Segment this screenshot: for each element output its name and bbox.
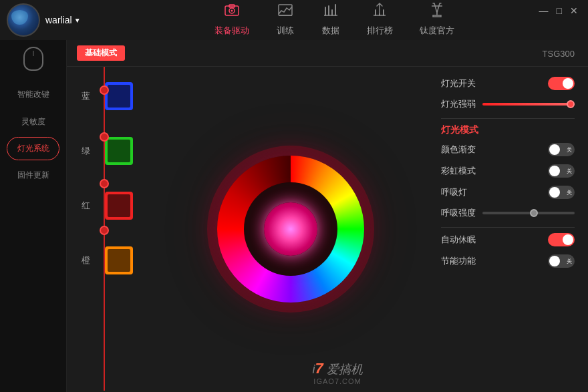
right-panel: 灯光开关 灯光强弱 灯光模式 — [428, 67, 588, 391]
swatch-blue[interactable] — [105, 82, 133, 110]
tab-equipment[interactable]: 装备驱动 — [214, 1, 249, 40]
rainbow-toggle[interactable]: 关 — [548, 164, 575, 178]
auto-sleep-label: 自动休眠 — [441, 234, 476, 246]
light-content: 蓝 绿 红 橙 — [67, 67, 588, 391]
sidebar-item-light-system[interactable]: 灯光系统 — [7, 137, 59, 160]
title-bar: warlial ▼ 装备驱动 — [0, 0, 588, 40]
breathing-toggle[interactable]: 关 — [548, 186, 575, 199]
light-switch-toggle[interactable] — [548, 77, 575, 90]
breathing-intensity-label: 呼吸强度 — [441, 207, 476, 219]
window-controls: — □ ✕ — [539, 5, 588, 16]
device-name: TSG300 — [543, 49, 575, 59]
light-switch-row: 灯光开关 — [441, 77, 575, 90]
breathing-intensity-track — [482, 212, 575, 214]
minimize-button[interactable]: — — [539, 5, 549, 16]
light-intensity-row: 灯光强弱 — [441, 98, 575, 110]
breathing-intensity-slider[interactable] — [482, 212, 575, 214]
swatch-green[interactable] — [105, 137, 133, 165]
sidebar-item-smart-key[interactable]: 智能改键 — [0, 81, 66, 108]
maximize-button[interactable]: □ — [557, 5, 562, 16]
rainbow-toggle-label: 关 — [567, 168, 572, 175]
content-area: 基础模式 TSG300 蓝 绿 — [67, 40, 588, 392]
sidebar-item-firmware[interactable]: 固件更新 — [0, 162, 66, 189]
titanium-icon — [428, 1, 446, 23]
swatch-row-orange: 橙 — [74, 246, 133, 274]
breathing-intensity-row: 呼吸强度 — [441, 207, 575, 219]
tab-training[interactable]: 训练 — [276, 1, 295, 40]
tab-data[interactable]: 数据 — [321, 1, 340, 40]
dot-blue — [100, 85, 109, 95]
swatch-label-red: 红 — [74, 200, 90, 212]
power-saving-toggle-label: 关 — [567, 258, 572, 265]
tab-titanium[interactable]: 钛度官方 — [420, 1, 454, 40]
breathing-intensity-thumb — [530, 209, 538, 217]
sidebar-item-sensitivity[interactable]: 灵敏度 — [0, 108, 66, 136]
svg-point-3 — [231, 9, 233, 11]
light-intensity-slider[interactable] — [482, 103, 575, 106]
tab-titanium-label: 钛度官方 — [420, 25, 454, 37]
swatch-label-green: 绿 — [74, 145, 90, 157]
dot-green — [100, 132, 109, 142]
swatch-orange[interactable] — [105, 246, 133, 274]
breathing-row: 呼吸灯 关 — [441, 186, 575, 199]
tab-equipment-label: 装备驱动 — [214, 25, 249, 37]
auto-sleep-knob — [563, 234, 573, 245]
username-dropdown-arrow[interactable]: ▼ — [74, 17, 81, 24]
dot-red — [100, 179, 109, 188]
data-icon — [321, 1, 340, 23]
tab-data-label: 数据 — [322, 25, 339, 37]
light-switch-knob — [563, 78, 573, 89]
power-saving-label: 节能功能 — [441, 255, 476, 267]
color-gradient-toggle-label: 关 — [567, 146, 572, 154]
breathing-toggle-label: 关 — [567, 189, 572, 196]
color-wheel[interactable] — [217, 156, 364, 303]
swatch-label-orange: 橙 — [74, 254, 90, 266]
wheel-container — [154, 67, 428, 391]
main-layout: 智能改键 灵敏度 灯光系统 固件更新 基础模式 TSG300 蓝 — [0, 40, 588, 392]
breathing-label: 呼吸灯 — [441, 186, 467, 198]
title-bar-left: warlial ▼ — [0, 3, 81, 37]
mouse-icon — [23, 47, 43, 71]
avatar — [7, 3, 40, 37]
divider-1 — [441, 118, 575, 119]
equipment-icon — [223, 1, 241, 23]
light-mode-title: 灯光模式 — [441, 124, 575, 136]
rainbow-label: 彩虹模式 — [441, 165, 476, 177]
rainbow-knob — [549, 166, 560, 176]
light-intensity-track — [482, 103, 575, 106]
power-saving-row: 节能功能 关 — [441, 254, 575, 268]
divider-2 — [441, 227, 575, 228]
auto-sleep-toggle[interactable] — [548, 233, 575, 246]
color-gradient-knob — [549, 144, 560, 155]
power-saving-knob — [549, 256, 560, 266]
color-gradient-label: 颜色渐变 — [441, 144, 476, 156]
close-button[interactable]: ✕ — [570, 5, 578, 16]
color-swatches-panel: 蓝 绿 红 橙 — [67, 67, 154, 391]
swatch-red[interactable] — [105, 192, 133, 220]
auto-sleep-row: 自动休眠 — [441, 233, 575, 246]
tab-ranking-label: 排行榜 — [367, 25, 393, 37]
tab-training-label: 训练 — [277, 25, 294, 37]
power-saving-toggle[interactable]: 关 — [548, 254, 575, 268]
wheel-inner-bright — [264, 202, 317, 256]
nav-tabs: 装备驱动 训练 数据 — [81, 0, 588, 40]
mode-bar: 基础模式 TSG300 — [67, 40, 588, 67]
light-intensity-label: 灯光强弱 — [441, 98, 476, 110]
rainbow-row: 彩虹模式 关 — [441, 164, 575, 178]
light-intensity-thumb — [567, 100, 575, 108]
dot-orange — [100, 226, 109, 235]
mode-badge[interactable]: 基础模式 — [77, 45, 125, 61]
sidebar: 智能改键 灵敏度 灯光系统 固件更新 — [0, 40, 67, 392]
username: warlial — [45, 15, 72, 25]
swatch-label-blue: 蓝 — [74, 90, 90, 102]
breathing-knob — [549, 187, 560, 198]
swatch-row-red: 红 — [74, 192, 133, 220]
ranking-icon — [370, 1, 389, 23]
light-switch-label: 灯光开关 — [441, 77, 476, 89]
color-gradient-toggle[interactable]: 关 — [548, 143, 575, 156]
tab-ranking[interactable]: 排行榜 — [367, 1, 393, 40]
color-gradient-row: 颜色渐变 关 — [441, 143, 575, 156]
training-icon — [276, 1, 295, 23]
